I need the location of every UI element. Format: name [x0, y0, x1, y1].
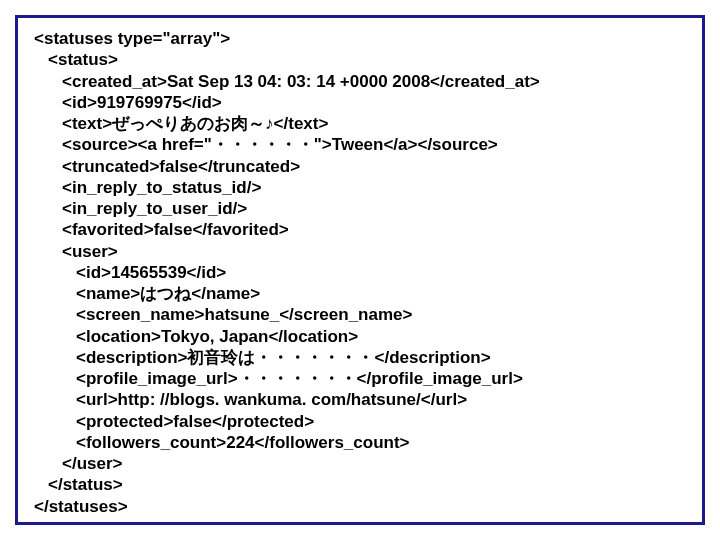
- xml-line: <description>初音玲は・・・・・・・</description>: [34, 347, 686, 368]
- xml-line: <status>: [34, 49, 686, 70]
- xml-line: <url>http: //blogs. wankuma. com/hatsune…: [34, 389, 686, 410]
- xml-line: <screen_name>hatsune_</screen_name>: [34, 304, 686, 325]
- xml-line: <favorited>false</favorited>: [34, 219, 686, 240]
- xml-line: <in_reply_to_user_id/>: [34, 198, 686, 219]
- xml-line: <id>919769975</id>: [34, 92, 686, 113]
- xml-line: </status>: [34, 474, 686, 495]
- xml-line: <location>Tokyo, Japan</location>: [34, 326, 686, 347]
- xml-line: <name>はつね</name>: [34, 283, 686, 304]
- xml-line: <profile_image_url>・・・・・・・</profile_imag…: [34, 368, 686, 389]
- xml-line: <source><a href="・・・・・・">Tween</a></sour…: [34, 134, 686, 155]
- xml-line: <text>ぜっぺりあのお肉～♪</text>: [34, 113, 686, 134]
- xml-line: <created_at>Sat Sep 13 04: 03: 14 +0000 …: [34, 71, 686, 92]
- xml-line: <id>14565539</id>: [34, 262, 686, 283]
- xml-line: <in_reply_to_status_id/>: [34, 177, 686, 198]
- xml-line: <truncated>false</truncated>: [34, 156, 686, 177]
- xml-line: <user>: [34, 241, 686, 262]
- xml-line: </statuses>: [34, 496, 686, 517]
- xml-sample-box: <statuses type="array"> <status> <create…: [15, 15, 705, 525]
- xml-line: </user>: [34, 453, 686, 474]
- xml-line: <followers_count>224</followers_count>: [34, 432, 686, 453]
- xml-line: <protected>false</protected>: [34, 411, 686, 432]
- xml-line: <statuses type="array">: [34, 28, 686, 49]
